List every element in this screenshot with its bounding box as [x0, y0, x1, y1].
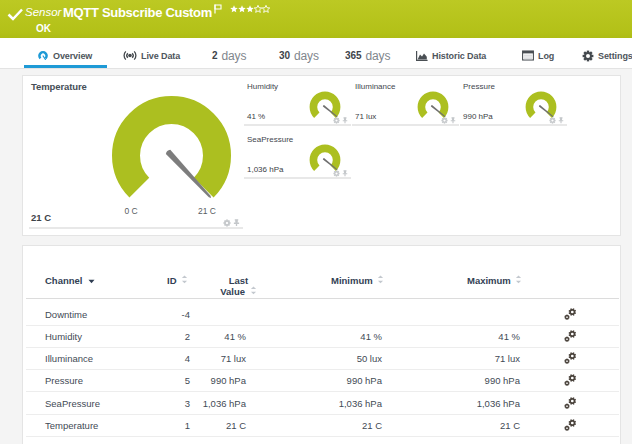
- tab-log[interactable]: Log: [522, 40, 554, 71]
- cell-last-value: 71 lux: [156, 353, 246, 364]
- column-label-maximum: Maximum: [467, 275, 511, 286]
- cell-maximum: 41 %: [400, 330, 520, 341]
- cell-last-value: 1,036 hPa: [156, 397, 246, 408]
- cell-underline: [352, 124, 459, 126]
- cell-minimum: 50 lux: [262, 353, 382, 364]
- cell-channel: SeaPressure: [45, 397, 100, 408]
- channel-settings-gears-icon[interactable]: [564, 352, 577, 365]
- tab-365-days[interactable]: 365 days: [345, 40, 390, 71]
- tab-30-days[interactable]: 30 days: [279, 40, 319, 71]
- gauge-scale-min: 0 C: [111, 206, 151, 216]
- cell-channel: Humidity: [45, 330, 82, 341]
- caret-down-icon: [88, 279, 95, 284]
- cell-last-value: 41 %: [156, 330, 246, 341]
- col-header-channel[interactable]: Channel: [45, 275, 95, 286]
- area-chart-icon: [415, 50, 428, 62]
- gauge-cell-illuminance[interactable]: Illuminance 71 lux: [352, 79, 459, 129]
- table-row-illuminance[interactable]: Illuminance 4 71 lux 50 lux 71 lux: [23, 347, 622, 369]
- column-label-channel: Channel: [45, 275, 82, 286]
- cell-last-value: 990 hPa: [156, 375, 246, 386]
- col-header-id[interactable]: ID: [167, 275, 188, 286]
- cell-minimum: 1,036 hPa: [262, 397, 382, 408]
- pin-icon[interactable]: [342, 170, 348, 177]
- gear-icon: [582, 50, 594, 62]
- star-outline-icon[interactable]: [262, 5, 270, 13]
- cell-channel: Temperature: [45, 419, 98, 430]
- primary-gauge-value: 21 C: [31, 212, 51, 223]
- pin-icon[interactable]: [233, 219, 240, 227]
- sort-icon: [250, 286, 257, 295]
- tab-settings[interactable]: Settings: [582, 40, 632, 71]
- cell-id: -4: [130, 308, 190, 319]
- cell-last-value: 21 C: [156, 419, 246, 430]
- col-header-minimum[interactable]: Minimum: [331, 275, 384, 286]
- star-filled-icon[interactable]: [246, 5, 254, 13]
- star-filled-icon[interactable]: [238, 5, 246, 13]
- gauge-label: Humidity: [247, 82, 278, 91]
- tab-2-days[interactable]: 2 days: [212, 40, 246, 71]
- sensor-kind-label: Sensor: [25, 6, 61, 18]
- cell-channel: Pressure: [45, 375, 83, 386]
- gear-icon[interactable]: [333, 117, 340, 124]
- star-outline-icon[interactable]: [254, 5, 262, 13]
- page-title: MQTT Subscribe Custom: [63, 5, 212, 20]
- gear-icon[interactable]: [333, 170, 340, 177]
- row-separator: [26, 436, 619, 437]
- tab-bar: Overview Live Data 2 days 30 days 365 da…: [0, 38, 632, 69]
- column-label-value-row: Value: [196, 286, 281, 297]
- gauge-label: Pressure: [463, 82, 495, 91]
- primary-cell-icons: [223, 219, 240, 227]
- column-label-id: ID: [167, 275, 177, 286]
- cell-maximum: 71 lux: [400, 353, 520, 364]
- column-label-value: Value: [220, 286, 245, 297]
- gear-icon[interactable]: [549, 117, 556, 124]
- channel-settings-gears-icon[interactable]: [564, 418, 577, 431]
- gauge-cell-humidity[interactable]: Humidity 41 %: [244, 79, 351, 129]
- pin-icon[interactable]: [558, 117, 564, 124]
- gauge-cell-seapressure[interactable]: SeaPressure 1,036 hPa: [244, 132, 351, 182]
- cell-minimum: 21 C: [262, 419, 382, 430]
- col-header-last-value[interactable]: Last Value: [196, 275, 281, 297]
- active-tab-underline: [24, 65, 107, 68]
- gauge-value: 990 hPa: [463, 112, 493, 121]
- pin-icon[interactable]: [342, 117, 348, 124]
- gauge-value: 1,036 hPa: [247, 165, 283, 174]
- gear-icon[interactable]: [441, 117, 448, 124]
- gauge-scale-max: 21 C: [187, 206, 227, 216]
- gauges-panel: Temperature 0 C 21 C 21 C Humidity 41 %: [22, 75, 621, 236]
- primary-gauge-label: Temperature: [31, 81, 87, 92]
- tab-historic-data[interactable]: Historic Data: [415, 40, 486, 71]
- flag-icon[interactable]: [214, 4, 222, 14]
- gear-icon[interactable]: [223, 219, 231, 227]
- log-icon: [522, 50, 534, 61]
- channel-settings-gears-icon[interactable]: [564, 329, 577, 342]
- sort-icon: [377, 275, 384, 284]
- gauge-value: 41 %: [247, 112, 265, 121]
- cell-underline: [29, 227, 243, 229]
- table-row-humidity[interactable]: Humidity 2 41 % 41 % 41 %: [23, 325, 622, 347]
- channel-settings-gears-icon[interactable]: [564, 307, 577, 320]
- cell-maximum: 21 C: [400, 419, 520, 430]
- table-header-divider: [26, 298, 619, 299]
- gauge-cell-pressure[interactable]: Pressure 990 hPa: [460, 79, 567, 129]
- channel-settings-gears-icon[interactable]: [564, 396, 577, 409]
- cell-channel: Downtime: [45, 308, 87, 319]
- cell-icons: [333, 170, 348, 177]
- cell-underline: [244, 177, 351, 179]
- star-filled-icon[interactable]: [230, 5, 238, 13]
- star-rating[interactable]: [230, 5, 270, 13]
- tab-live-data[interactable]: Live Data: [123, 40, 180, 71]
- table-row-pressure[interactable]: Pressure 5 990 hPa 990 hPa 990 hPa: [23, 369, 622, 391]
- gauge-icon: [37, 50, 49, 62]
- column-label-last: Last: [196, 275, 281, 286]
- channel-settings-gears-icon[interactable]: [564, 374, 577, 387]
- cell-channel: Illuminance: [45, 353, 93, 364]
- table-row-seapressure[interactable]: SeaPressure 3 1,036 hPa 1,036 hPa 1,036 …: [23, 391, 622, 413]
- pin-icon[interactable]: [450, 117, 456, 124]
- column-label-minimum: Minimum: [331, 275, 373, 286]
- table-row-temperature[interactable]: Temperature 1 21 C 21 C 21 C: [23, 414, 622, 436]
- table-row-downtime[interactable]: Downtime -4: [23, 302, 622, 324]
- col-header-maximum[interactable]: Maximum: [467, 275, 522, 286]
- cell-minimum: 990 hPa: [262, 375, 382, 386]
- cell-underline: [460, 124, 567, 126]
